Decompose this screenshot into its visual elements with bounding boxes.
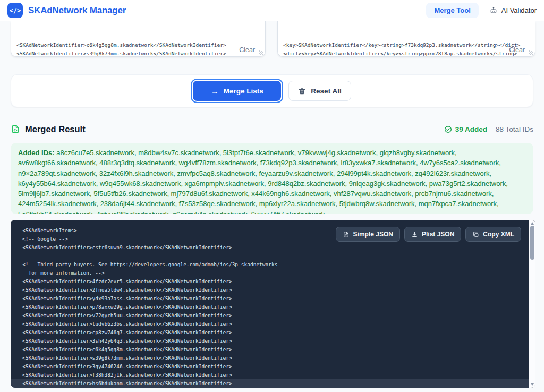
merged-xml-panel: Simple JSON Plist JSON Copy XML <: [11, 220, 536, 388]
merged-result-header: Merged Result 39 Added 88 Total IDs: [11, 122, 533, 136]
trash-icon: [298, 87, 306, 95]
tab-merge-tool[interactable]: Merge Tool: [426, 3, 478, 18]
resize-grip-icon[interactable]: [259, 50, 264, 55]
scrollbar-thumb[interactable]: [530, 226, 534, 260]
code-scrollbar[interactable]: [529, 220, 536, 388]
export-toolbar: Simple JSON Plist JSON Copy XML: [336, 227, 521, 242]
code-line: <SKAdNetworkIdentifier>cp8zw746q7.skadne…: [11, 328, 529, 337]
added-ids-list: a8cz6cu7e5.skadnetwork, m8dbw4sv7c.skadn…: [18, 149, 508, 214]
simple-json-label: Simple JSON: [353, 231, 393, 238]
robot-icon: [489, 6, 498, 15]
arrow-right-icon: →: [211, 87, 219, 96]
code-line: <SKAdNetworkIdentifier>ydx93a7ass.skadne…: [11, 294, 529, 303]
code-icon: </>: [10, 7, 21, 14]
check-circle-icon: [444, 125, 452, 133]
added-ids-box: Added IDs: a8cz6cu7e5.skadnetwork, m8dbw…: [11, 143, 533, 214]
clear-list-b-button[interactable]: Clear: [509, 46, 525, 54]
merged-result-title-group: Merged Result: [11, 124, 86, 134]
app-header: </> SKAdNetwork Manager Merge Tool AI Va…: [0, 0, 544, 21]
app-logo: </>: [7, 3, 23, 18]
added-count-label: 39 Added: [455, 125, 487, 133]
download-icon: [411, 231, 418, 238]
merged-xml-code[interactable]: <SKAdNetworkItems><!-- Google --><SKAdNe…: [11, 226, 529, 388]
list-a-textarea[interactable]: <SKAdNetworkIdentifier>c6k4g5qg8m.skadne…: [11, 21, 266, 57]
list-b-textarea[interactable]: <key>SKAdNetworkIdentifier</key><string>…: [277, 21, 536, 57]
code-line: <!-- Third party buyers. See https://dev…: [11, 260, 529, 269]
scroll-down-icon[interactable]: [531, 383, 534, 386]
code-line: <SKAdNetworkIdentifier>p78axxw29g.skadne…: [11, 303, 529, 311]
header-nav: Merge Tool AI Validator: [426, 3, 537, 18]
copy-xml-label: Copy XML: [483, 231, 514, 238]
code-line: <SKAdNetworkIdentifier>f38h382j1k.skadne…: [11, 371, 529, 379]
reset-all-label: Reset All: [311, 87, 341, 95]
reset-all-button[interactable]: Reset All: [288, 81, 351, 101]
code-line: <SKAdNetworkIdentifier>v72qych5uu.skadne…: [11, 311, 529, 320]
copy-xml-button[interactable]: Copy XML: [465, 227, 521, 242]
code-line: <SKAdNetworkIdentifier>3qy4746246.skadne…: [11, 362, 529, 371]
file-code-icon: [11, 124, 20, 134]
list-b-content: <key>SKAdNetworkIdentifier</key><string>…: [283, 41, 530, 57]
actions-card: → Merge Lists Reset All: [11, 74, 533, 107]
code-line: for more information. -->: [11, 269, 529, 277]
merged-result-title: Merged Result: [25, 124, 86, 134]
page-title: SKAdNetwork Manager: [28, 5, 126, 16]
code-line: <SKAdNetworkIdentifier>c6k4g5qg8m.skadne…: [11, 345, 529, 354]
plist-json-button[interactable]: Plist JSON: [404, 227, 461, 242]
plist-json-label: Plist JSON: [422, 231, 454, 238]
tab-ai-validator[interactable]: AI Validator: [489, 6, 537, 15]
copy-icon: [472, 231, 479, 238]
total-ids-badge: 88 Total IDs: [496, 125, 533, 133]
result-badges: 39 Added 88 Total IDs: [444, 125, 533, 133]
skadnetwork-manager-app: </> SKAdNetwork Manager Merge Tool AI Va…: [0, 0, 544, 392]
clear-list-a-button[interactable]: Clear: [239, 46, 255, 54]
merge-lists-label: Merge Lists: [224, 87, 264, 95]
file-icon: [343, 231, 350, 238]
list-a-content: <SKAdNetworkIdentifier>c6k4g5qg8m.skadne…: [16, 41, 260, 57]
code-line: <SKAdNetworkIdentifier>s39g8k73mm.skadne…: [11, 354, 529, 362]
added-ids-label: Added IDs:: [18, 149, 55, 157]
code-line: <SKAdNetworkIdentifier>cstr6suwn9.skadne…: [11, 243, 529, 252]
code-line: <SKAdNetworkIdentifier>hs6bdukanm.skadne…: [11, 379, 529, 388]
code-line: <SKAdNetworkIdentifier>4fzdc2evr5.skadne…: [11, 277, 529, 286]
resize-grip-icon[interactable]: [529, 50, 533, 55]
code-line: <SKAdNetworkIdentifier>3sh42y64q3.skadne…: [11, 337, 529, 345]
added-count-badge: 39 Added: [444, 125, 487, 133]
code-line: <SKAdNetworkIdentifier>ludvb6z3bs.skadne…: [11, 320, 529, 328]
merge-lists-button[interactable]: → Merge Lists: [193, 81, 281, 101]
code-line: [11, 252, 529, 260]
ai-validator-label: AI Validator: [502, 6, 537, 14]
scroll-up-icon[interactable]: [531, 222, 534, 225]
code-line: <SKAdNetworkIdentifier>2fnua5tdw4.skadne…: [11, 286, 529, 294]
simple-json-button[interactable]: Simple JSON: [336, 227, 400, 242]
